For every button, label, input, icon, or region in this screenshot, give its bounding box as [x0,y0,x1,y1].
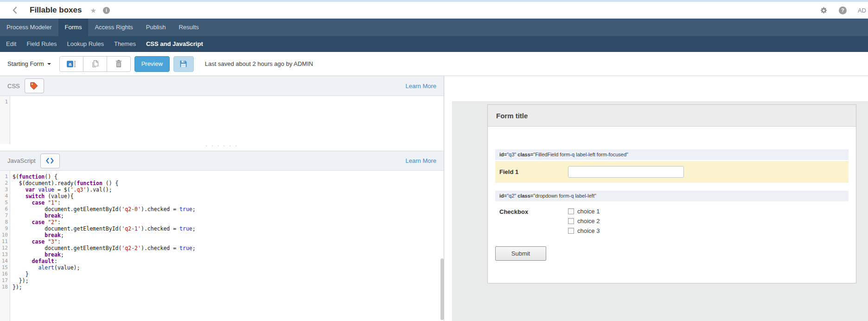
checkbox-input[interactable] [568,218,574,224]
code-line [13,99,444,105]
css-tag-button[interactable] [25,78,44,93]
nav-tab-publish[interactable]: Publish [140,19,172,36]
field1-input[interactable] [568,166,684,178]
page-title: Fillable boxes [30,6,82,15]
line-number: 14 [0,258,10,264]
line-number: 8 [0,219,10,225]
js-code-area[interactable]: $(function() { $(document).ready(functio… [10,171,444,321]
css-label: CSS [7,83,20,90]
css-line-numbers: 1 [0,96,10,144]
form-card-body: id="q3" class="FilledField form-q label-… [488,149,856,261]
toolbar: Starting Form a [0,52,868,76]
secondary-nav: EditField RulesLookup RulesThemesCSS and… [0,36,868,52]
js-line-numbers: 123456789101112131415161718 [0,171,10,321]
rename-icon: a [66,60,77,68]
save-button[interactable] [173,56,194,72]
subnav-tab-themes[interactable]: Themes [109,36,141,52]
field-meta-q2: id="q2" class="dropdown form-q label-lef… [495,191,849,201]
rename-button[interactable]: a [59,56,83,72]
subnav-tab-css-and-javascript[interactable]: CSS and JavaScript [141,36,208,52]
code-line: document.getElementById('q2-0').checked … [13,206,444,212]
code-line: document.getElementById('q2-1').checked … [13,225,444,232]
js-learn-more-link[interactable]: Learn More [406,157,436,164]
delete-button[interactable] [107,56,131,72]
checkbox-label: Checkbox [499,208,568,234]
nav-tab-access-rights[interactable]: Access Rights [88,19,139,36]
css-section-header: CSS Learn More [0,76,444,96]
line-number: 6 [0,206,10,212]
field-row-field1: Field 1 [495,161,849,183]
line-number: 2 [0,180,10,186]
info-icon[interactable]: i [103,7,110,14]
scrollbar-thumb[interactable] [440,258,444,320]
subnav-tab-edit[interactable]: Edit [1,36,21,52]
form-title: Form title [496,112,528,120]
code-line: case "2": [13,219,444,225]
javascript-label: JavaScript [7,157,36,164]
js-section-header: JavaScript Learn More [0,151,444,171]
code-line: var value = $('.q3').val(); [13,186,444,193]
code-brackets-icon [45,157,54,164]
form-preview-surface: Form title id="q3" class="FilledField fo… [452,101,868,321]
help-icon[interactable]: ? [839,6,847,14]
floppy-save-icon [179,59,188,68]
header-right-controls: ? AD [820,6,868,14]
code-line: } [13,271,444,277]
nav-tab-results[interactable]: Results [172,19,205,36]
subnav-tab-lookup-rules[interactable]: Lookup Rules [62,36,109,52]
editor-resize-handle[interactable]: · · · · · · [0,144,444,151]
code-line: break; [13,212,444,219]
back-chevron-icon [12,6,18,14]
js-code-editor[interactable]: 123456789101112131415161718 $(function()… [0,171,444,321]
preview-button[interactable]: Preview [134,56,170,72]
code-line: case "1": [13,199,444,206]
back-button[interactable] [12,6,18,14]
nav-tab-process-modeler[interactable]: Process Modeler [0,19,58,36]
code-line: }); [13,284,444,290]
checkbox-choice-3[interactable]: choice 3 [568,227,600,234]
code-line: break; [13,232,444,238]
form-selector-dropdown[interactable]: Starting Form [7,60,51,67]
form-card-header: Form title [488,105,856,127]
field1-label: Field 1 [499,168,568,175]
line-number: 15 [0,264,10,271]
checkbox-choice-2[interactable]: choice 2 [568,218,600,225]
nav-tab-forms[interactable]: Forms [58,19,89,36]
field-meta-q3: id="q3" class="FilledField form-q label-… [495,149,849,160]
duplicate-button[interactable] [83,56,107,72]
form-actions-group: a [59,56,131,72]
css-learn-more-link[interactable]: Learn More [406,83,436,90]
primary-nav: Process ModelerFormsAccess RightsPublish… [0,19,868,36]
settings-gear-icon[interactable] [820,6,828,14]
line-number: 9 [0,225,10,232]
code-line: $(document).ready(function () { [13,180,444,186]
code-line: case "3": [13,238,444,245]
subnav-tab-field-rules[interactable]: Field Rules [21,36,62,52]
code-line: default: [13,258,444,264]
checkbox-choices: choice 1choice 2choice 3 [568,208,600,234]
checkbox-choice-1[interactable]: choice 1 [568,208,600,215]
line-number: 11 [0,238,10,245]
css-code-area[interactable] [10,96,444,144]
line-number: 1 [0,173,10,180]
line-number: 1 [0,99,10,105]
resize-dots-icon: · · · · · · [205,144,238,148]
code-line: }); [13,277,444,284]
css-code-editor[interactable]: 1 [0,96,444,144]
code-line: switch (value){ [13,193,444,199]
code-editors-pane: CSS Learn More 1 · · · · · · [0,76,447,321]
checkbox-input[interactable] [568,228,574,234]
form-selector-label: Starting Form [7,60,44,67]
js-code-button[interactable] [40,154,60,168]
submit-button[interactable]: Submit [495,246,546,261]
checkbox-input[interactable] [568,208,574,214]
code-line: alert(value); [13,264,444,271]
checkbox-group: Checkbox choice 1choice 2choice 3 [495,208,849,234]
main-content: CSS Learn More 1 · · · · · · [0,76,868,321]
line-number: 16 [0,271,10,277]
favorite-star-icon[interactable]: ★ [90,7,96,14]
code-line: $(function() { [13,173,444,180]
caret-down-icon [47,63,51,65]
user-menu[interactable]: AD [858,7,866,14]
choice-label: choice 3 [577,227,600,234]
